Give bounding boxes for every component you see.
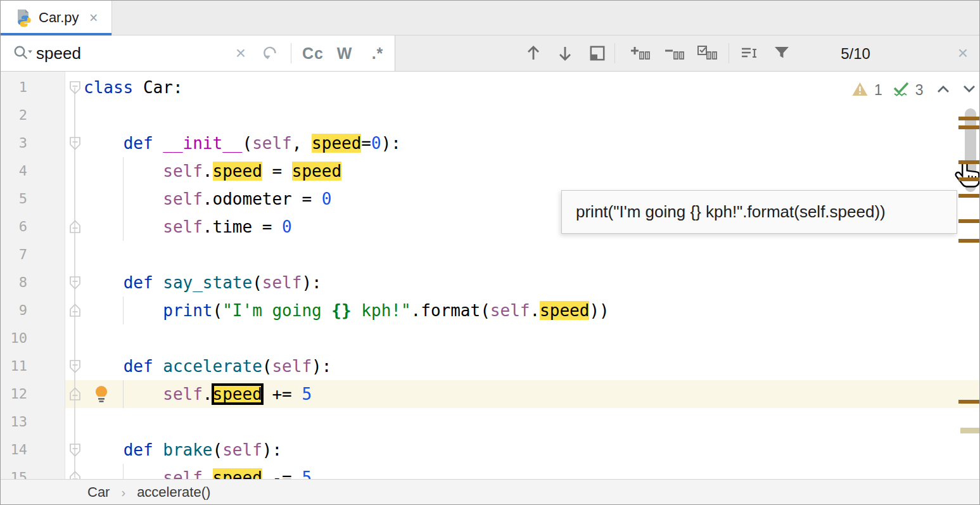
code-token: self	[272, 357, 312, 376]
weak-warning-mark[interactable]	[960, 428, 979, 433]
code-token: def	[124, 134, 153, 153]
line-number: 1	[1, 74, 27, 101]
fold-start-icon[interactable]	[69, 276, 81, 292]
chevron-right-icon: ›	[121, 485, 125, 500]
select-all-occurrences-icon[interactable]	[692, 35, 722, 71]
fold-start-icon[interactable]	[69, 443, 81, 459]
match-case-toggle[interactable]: Cc	[298, 35, 328, 71]
search-match-mark[interactable]	[958, 160, 979, 164]
breadcrumb-item-method[interactable]: accelerate()	[137, 484, 210, 501]
search-match: speed	[292, 162, 341, 181]
code-token: print	[163, 301, 212, 320]
code-token: self	[163, 189, 203, 208]
code-token: def	[124, 273, 153, 292]
code-token: 0	[282, 217, 292, 236]
search-match-mark[interactable]	[958, 239, 979, 243]
code-token: .time =	[203, 217, 282, 236]
indent-guide	[123, 297, 124, 324]
search-match: speed	[540, 301, 589, 320]
search-match-mark[interactable]	[958, 125, 979, 129]
code-token: {}	[331, 301, 351, 320]
code-token	[153, 273, 163, 292]
multiline-search-icon[interactable]	[735, 35, 763, 71]
editor[interactable]: 1 3 print("I'm going {} kph!".format(sel…	[1, 72, 979, 479]
code-token: =	[262, 162, 292, 181]
prev-problem-icon[interactable]	[936, 84, 951, 96]
code-token: self	[163, 385, 203, 404]
tooltip-code-text: print("I'm going {} kph!".format(self.sp…	[576, 202, 886, 222]
code-token	[84, 440, 124, 459]
code-token: .	[530, 301, 540, 320]
open-in-find-window-icon[interactable]	[584, 35, 611, 71]
code-line[interactable]: def brake(self):	[84, 436, 282, 464]
regex-toggle[interactable]: .*	[364, 35, 391, 71]
indent-guide	[123, 157, 124, 241]
code-token: (	[262, 357, 272, 376]
code-token: say_state	[163, 273, 252, 292]
search-icon[interactable]	[8, 35, 36, 71]
code-line[interactable]: def __init__(self, speed=0):	[84, 129, 401, 157]
search-match-mark[interactable]	[958, 400, 979, 404]
search-match-mark[interactable]	[958, 194, 979, 198]
line-number: 4	[1, 157, 27, 185]
fold-end-icon[interactable]	[69, 220, 81, 236]
code-line[interactable]: class Car:	[84, 74, 183, 101]
code-token: self	[163, 162, 203, 181]
code-line[interactable]: self.time = 0	[84, 213, 292, 241]
code-line[interactable]: def say_state(self):	[84, 269, 322, 297]
code-token: ):	[312, 357, 331, 376]
fold-end-icon[interactable]	[69, 471, 81, 479]
code-token	[84, 273, 124, 292]
code-token	[153, 134, 163, 153]
tab-label: Car.py	[39, 10, 79, 26]
code-token: "I'm going	[222, 301, 331, 320]
fold-end-icon[interactable]	[69, 304, 81, 320]
code-token: brake	[163, 440, 212, 459]
tab-car-py[interactable]: Car.py ×	[1, 1, 112, 35]
code-line[interactable]: def accelerate(self):	[84, 352, 331, 380]
clear-icon[interactable]: ×	[230, 35, 251, 71]
breadcrumb-item-class[interactable]: Car	[87, 484, 110, 501]
warning-count: 1	[874, 82, 882, 99]
find-toolbar: speed × Cc W .* 5/10	[1, 35, 979, 72]
search-match-mark[interactable]	[958, 177, 979, 181]
search-input[interactable]: speed	[36, 44, 81, 63]
code-token: -=	[262, 468, 302, 479]
add-occurrence-icon[interactable]	[625, 35, 655, 71]
code-line[interactable]: self.speed -= 5	[84, 464, 312, 479]
tab-close-icon[interactable]: ×	[89, 10, 98, 25]
code-token: self	[262, 273, 302, 292]
search-match-mark[interactable]	[958, 219, 979, 223]
line-number: 13	[1, 408, 27, 436]
code-token: self	[490, 301, 530, 320]
next-match-icon[interactable]	[552, 35, 578, 71]
inspections-widget[interactable]: 1 3	[851, 79, 977, 101]
code-token: ))	[589, 301, 609, 320]
code-line[interactable]: self.speed += 5	[84, 380, 312, 408]
code-token: (	[213, 301, 223, 320]
prev-match-icon[interactable]	[521, 35, 546, 71]
fold-end-icon[interactable]	[69, 387, 81, 404]
code-line[interactable]: print("I'm going {} kph!".format(self.sp…	[84, 297, 609, 324]
words-toggle[interactable]: W	[331, 35, 358, 71]
code-line[interactable]: self.odometer = 0	[84, 185, 331, 213]
line-number: 7	[1, 241, 27, 269]
code-token: .	[203, 162, 213, 181]
code-token: .	[203, 385, 213, 404]
close-icon[interactable]: ×	[951, 35, 974, 71]
code-token	[153, 440, 163, 459]
search-history-icon[interactable]	[258, 35, 283, 71]
fold-start-icon[interactable]	[69, 80, 81, 97]
filter-icon[interactable]	[768, 35, 796, 71]
code-token: =	[361, 134, 371, 153]
fold-start-icon[interactable]	[69, 136, 81, 153]
fold-start-icon[interactable]	[69, 359, 81, 376]
next-problem-icon[interactable]	[962, 84, 977, 96]
code-token: 5	[302, 468, 312, 479]
search-match-mark[interactable]	[958, 117, 979, 120]
remove-occurrence-icon[interactable]	[659, 35, 689, 71]
find-toolbar-right: 5/10	[395, 35, 979, 71]
code-token: self	[222, 440, 262, 459]
line-number: 2	[1, 101, 27, 129]
code-token: 5	[302, 385, 312, 404]
